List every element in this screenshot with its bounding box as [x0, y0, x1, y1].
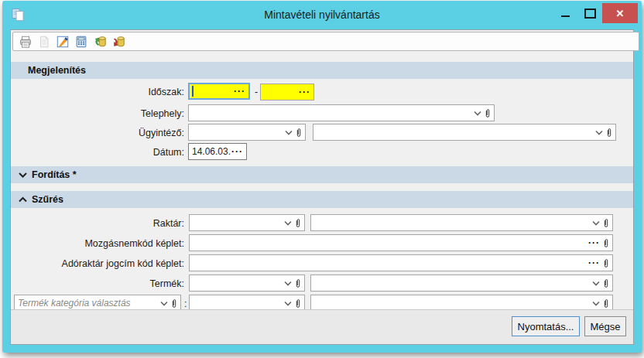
- window-title: Mintavételi nyilvántartás: [6, 9, 638, 21]
- paperclip-icon[interactable]: [295, 218, 301, 228]
- text-caret: [192, 86, 194, 97]
- idoszak-label: Időszak:: [11, 84, 184, 101]
- print-preview-icon: [35, 33, 53, 49]
- calculator-icon[interactable]: [72, 33, 91, 49]
- toolbar: [12, 32, 639, 51]
- ugyintezo-name-combobox[interactable]: [313, 124, 616, 141]
- paperclip-icon[interactable]: [295, 298, 301, 309]
- telephely-combobox[interactable]: [188, 104, 495, 121]
- raktar-label: Raktár:: [11, 215, 184, 232]
- adoraktar-ellipsis-button[interactable]: ···: [588, 259, 600, 267]
- chevron-down-icon[interactable]: [160, 301, 168, 306]
- window-controls: ✕: [553, 3, 638, 23]
- dialog-window: Mintavételi nyilvántartás ✕: [2, 1, 642, 353]
- mozgasnemkod-label: Mozgásnemkód képlet:: [11, 235, 184, 252]
- database-export-icon[interactable]: [109, 33, 128, 49]
- idoszak-to-field[interactable]: ···: [260, 84, 314, 101]
- telephely-label: Telephely:: [11, 105, 184, 122]
- mozgasnemkod-field[interactable]: ···: [189, 234, 613, 251]
- chevron-down-icon: [19, 172, 27, 178]
- paperclip-icon[interactable]: [171, 298, 177, 309]
- termek-combobox[interactable]: [189, 274, 305, 292]
- raktar-combobox[interactable]: [189, 214, 305, 231]
- paperclip-icon[interactable]: [603, 258, 609, 268]
- print-icon[interactable]: [16, 33, 35, 49]
- dialog-client-area: Megjelenítés Időszak: ··· - ··· Telephel…: [10, 29, 634, 345]
- idoszak-from-field[interactable]: ···: [188, 83, 250, 100]
- ugyintezo-combobox[interactable]: [188, 124, 306, 141]
- chevron-down-icon[interactable]: [474, 111, 481, 116]
- paperclip-icon[interactable]: [485, 108, 491, 118]
- chevron-down-icon[interactable]: [284, 220, 292, 226]
- ugyintezo-label: Ügyintéző:: [11, 124, 184, 141]
- adoraktar-label: Adóraktár jogcím kód képlet:: [11, 255, 184, 272]
- maximize-button[interactable]: [577, 3, 602, 23]
- chevron-down-icon[interactable]: [284, 281, 292, 286]
- datum-label: Dátum:: [11, 144, 184, 161]
- section-szures[interactable]: Szűrés: [11, 191, 633, 208]
- termek-kategoria-placeholder: Termék kategória választás: [15, 298, 160, 309]
- edit-layout-icon[interactable]: [53, 33, 72, 49]
- idoszak-from-ellipsis-button[interactable]: ···: [234, 87, 245, 95]
- maximize-icon: [584, 9, 596, 19]
- cancel-button[interactable]: Mégse: [584, 316, 626, 336]
- close-button[interactable]: ✕: [602, 3, 638, 23]
- section-title: Megjelenítés: [28, 65, 86, 76]
- chevron-down-icon[interactable]: [592, 301, 600, 306]
- minimize-button[interactable]: [553, 3, 577, 23]
- datum-ellipsis-button[interactable]: ···: [231, 148, 243, 155]
- footer-bar: Nyomtatás... Mégse: [11, 309, 633, 344]
- raktar-name-combobox[interactable]: [310, 214, 613, 231]
- paperclip-icon[interactable]: [603, 298, 609, 309]
- idoszak-to-ellipsis-button[interactable]: ···: [299, 88, 310, 96]
- termek-label: Termék:: [11, 275, 184, 292]
- paperclip-icon[interactable]: [603, 278, 609, 288]
- paperclip-icon[interactable]: [603, 218, 609, 228]
- paperclip-icon[interactable]: [606, 128, 612, 138]
- chevron-down-icon[interactable]: [592, 281, 600, 286]
- adoraktar-field[interactable]: ···: [189, 254, 613, 271]
- section-title: Szűrés: [32, 194, 63, 205]
- chevron-down-icon[interactable]: [595, 130, 603, 135]
- idoszak-separator: -: [255, 84, 258, 101]
- title-bar: Mintavételi nyilvántartás ✕: [6, 5, 638, 26]
- section-forditas[interactable]: Fordítás *: [11, 166, 633, 183]
- close-icon: ✕: [616, 8, 625, 19]
- paperclip-icon[interactable]: [603, 238, 609, 248]
- mozgasnemkod-ellipsis-button[interactable]: ···: [588, 239, 600, 247]
- datum-value: 14.06.03.: [189, 146, 231, 157]
- section-megjelenites: Megjelenítés: [11, 62, 633, 79]
- screenshot-stage: Mintavételi nyilvántartás ✕: [0, 0, 644, 358]
- chevron-down-icon[interactable]: [592, 220, 600, 226]
- chevron-down-icon[interactable]: [284, 301, 292, 306]
- section-title: Fordítás *: [32, 169, 77, 180]
- datum-field[interactable]: 14.06.03. ···: [188, 143, 247, 160]
- database-import-icon[interactable]: [91, 33, 109, 49]
- termek-name-combobox[interactable]: [310, 274, 613, 292]
- minimize-icon: [561, 15, 570, 17]
- paperclip-icon[interactable]: [295, 278, 301, 288]
- chevron-down-icon[interactable]: [285, 130, 293, 135]
- paperclip-icon[interactable]: [296, 128, 302, 138]
- chevron-up-icon: [19, 196, 27, 203]
- print-button[interactable]: Nyomtatás...: [512, 316, 580, 336]
